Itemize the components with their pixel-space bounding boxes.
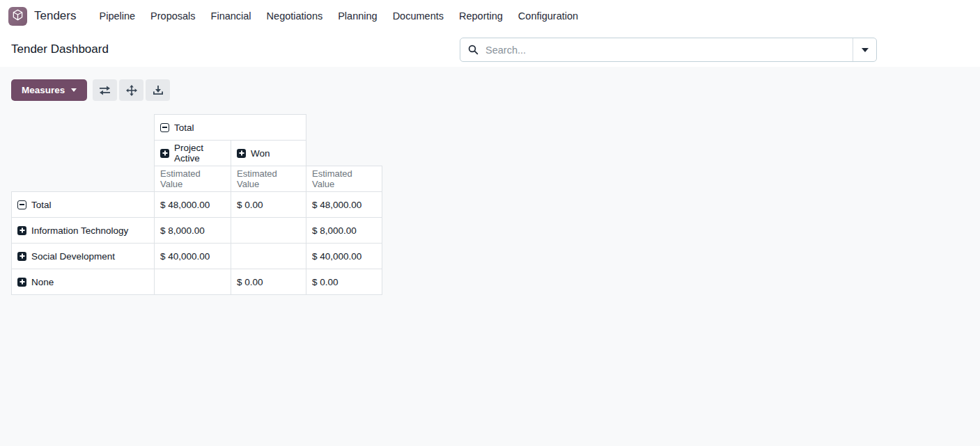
expand-icon [160,149,169,158]
expand-icon [237,149,246,158]
top-navbar: Tenders Pipeline Proposals Financial Neg… [0,0,980,32]
pivot-value-cell: $ 48,000.00 [306,192,382,218]
measure-header[interactable]: Estimated Value [155,166,231,192]
row-header-social-development[interactable]: Social Development [12,244,155,269]
table-row: None$ 0.00$ 0.00 [12,269,382,295]
expand-icon [17,226,26,235]
pivot-corner-cell [306,115,382,141]
flip-axis-icon [99,86,111,95]
expand-all-button[interactable] [119,79,143,101]
measures-button-label: Measures [22,85,65,95]
pivot-value-cell: $ 48,000.00 [155,192,231,218]
pivot-col-groups-row: Project Active Won [12,141,382,166]
row-header-total[interactable]: Total [12,192,155,218]
pivot-value-cell: $ 0.00 [306,269,382,295]
expand-icon [17,252,26,261]
nav-item-negotiations[interactable]: Negotiations [259,6,331,26]
pivot-view: Measures [0,67,980,446]
search-icon [460,45,484,55]
pivot-value-cell [231,244,306,269]
nav-item-documents[interactable]: Documents [385,6,451,26]
app-name[interactable]: Tenders [34,9,76,23]
expand-all-icon [126,85,137,96]
cube-icon [12,9,24,24]
pivot-buttons-group [93,79,170,101]
table-row: Information Technology$ 8,000.00$ 8,000.… [12,218,382,244]
nav-item-proposals[interactable]: Proposals [143,6,203,26]
search-input[interactable] [484,38,853,61]
table-row: Total$ 48,000.00$ 0.00$ 48,000.00 [12,192,382,218]
pivot-value-cell [231,218,306,244]
pivot-value-cell: $ 0.00 [231,269,306,295]
pivot-value-cell: $ 40,000.00 [155,244,231,269]
pivot-table: Total Project Active Won [11,114,382,295]
pivot-corner-cell [12,115,155,141]
control-panel: Tender Dashboard [0,32,980,67]
col-header-total[interactable]: Total [155,115,306,141]
pivot-corner-cell [12,141,155,166]
table-row: Social Development$ 40,000.00$ 40,000.00 [12,244,382,269]
nav-item-configuration[interactable]: Configuration [511,6,586,26]
chevron-down-icon [71,88,77,92]
search-dropdown-button[interactable] [853,38,876,61]
nav-item-pipeline[interactable]: Pipeline [91,6,143,26]
download-icon [153,85,164,96]
nav-item-reporting[interactable]: Reporting [451,6,511,26]
measure-header[interactable]: Estimated Value [231,166,306,192]
nav-item-financial[interactable]: Financial [203,6,259,26]
pivot-table-body: Total$ 48,000.00$ 0.00$ 48,000.00Informa… [12,192,382,295]
col-header-won[interactable]: Won [231,141,306,166]
pivot-corner-cell [12,166,155,192]
download-button[interactable] [146,79,170,101]
collapse-icon [17,200,26,209]
pivot-corner-cell [306,141,382,166]
pivot-value-cell: $ 40,000.00 [306,244,382,269]
pivot-toolbar: Measures [11,79,969,101]
page-title: Tender Dashboard [11,42,109,56]
expand-icon [17,278,26,287]
flip-axis-button[interactable] [93,79,117,101]
app-logo[interactable] [8,7,27,26]
chevron-down-icon [862,48,869,52]
pivot-value-cell: $ 8,000.00 [155,218,231,244]
pivot-value-cell: $ 8,000.00 [306,218,382,244]
pivot-col-root-row: Total [12,115,382,141]
pivot-value-cell [155,269,231,295]
measures-button[interactable]: Measures [11,79,87,101]
pivot-measures-row: Estimated Value Estimated Value Estimate… [12,166,382,192]
measure-header[interactable]: Estimated Value [306,166,382,192]
row-header-none[interactable]: None [12,269,155,295]
collapse-icon [160,123,169,132]
search-bar [460,38,877,62]
nav-item-planning[interactable]: Planning [330,6,384,26]
row-header-information-technology[interactable]: Information Technology [12,218,155,244]
pivot-value-cell: $ 0.00 [231,192,306,218]
col-header-project-active[interactable]: Project Active [155,141,231,166]
